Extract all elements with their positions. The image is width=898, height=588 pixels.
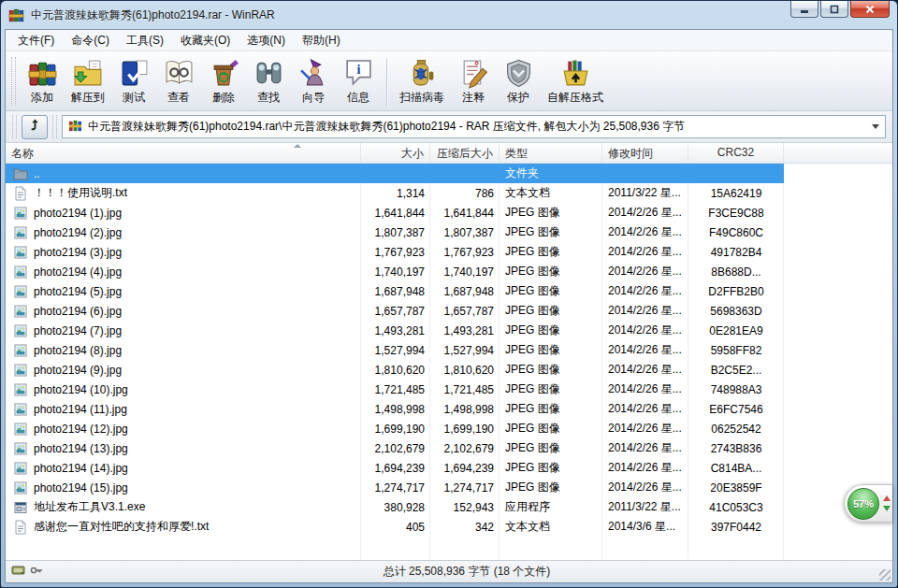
jpeg-file-icon — [13, 284, 28, 299]
file-modified-cell: 2014/2/26 星... — [602, 205, 688, 221]
file-name-text: 感谢您一直对性吧的支持和厚爱!.txt — [34, 519, 209, 535]
comment-icon — [458, 58, 489, 89]
folder-up-icon — [13, 166, 28, 181]
toolbar-button-sfx[interactable]: 自解压格式 — [541, 55, 610, 108]
archive-path-combobox[interactable]: 中元普渡辣妹歌舞秀(61)photo2194.rar\中元普渡辣妹歌舞秀(61)… — [62, 115, 886, 138]
file-type-cell: JPEG 图像 — [500, 362, 602, 378]
file-crc-cell: 41C053C3 — [688, 501, 784, 514]
toolbar-button-label: 向导 — [302, 90, 325, 106]
toolbar-button-label: 扫描病毒 — [399, 90, 444, 106]
percent-ball[interactable]: 57% — [847, 488, 879, 520]
toolbar-button-extract-to[interactable]: 解压到 — [65, 55, 111, 108]
column-header-3[interactable]: 类型 — [500, 143, 602, 163]
file-modified-cell: 2014/2/26 星... — [602, 401, 688, 417]
file-row-14[interactable]: photo2194 (13).jpg2,102,6792,102,679JPEG… — [6, 438, 784, 458]
drive-icon[interactable] — [11, 563, 29, 581]
file-row-6[interactable]: photo2194 (5).jpg1,687,9481,687,948JPEG … — [6, 281, 784, 301]
file-size-cell: 1,810,620 — [361, 364, 430, 377]
toolbar-button-info[interactable]: i信息 — [336, 55, 381, 108]
close-button[interactable] — [850, 1, 890, 18]
file-row-18[interactable]: 感谢您一直对性吧的支持和厚爱!.txt405342文本文档2014/3/6 星.… — [6, 517, 784, 537]
file-crc-cell: B2C5E2... — [688, 364, 784, 377]
test-archive-icon — [119, 58, 150, 89]
column-header-0[interactable]: 名称 — [6, 143, 361, 163]
file-row-15[interactable]: photo2194 (14).jpg1,694,2391,694,239JPEG… — [6, 458, 784, 478]
file-row-2[interactable]: photo2194 (1).jpg1,641,8441,641,844JPEG … — [6, 203, 784, 222]
file-row-7[interactable]: photo2194 (6).jpg1,657,7871,657,787JPEG … — [6, 301, 784, 321]
file-size-cell: 1,493,281 — [361, 324, 430, 337]
toolbar-gripper — [11, 57, 16, 106]
maximize-button[interactable] — [820, 1, 848, 18]
file-row-13[interactable]: photo2194 (12).jpg1,699,1901,699,190JPEG… — [6, 419, 784, 438]
column-header-2[interactable]: 压缩后大小 — [430, 143, 500, 163]
file-crc-cell: 15A62419 — [688, 187, 784, 200]
toolbar-button-add-archive[interactable]: 添加 — [20, 55, 65, 108]
chevron-down-icon[interactable] — [872, 124, 879, 129]
file-packed-cell: 1,740,197 — [430, 265, 500, 279]
file-packed-cell: 1,498,998 — [430, 403, 500, 416]
up-one-level-button[interactable] — [22, 115, 48, 139]
key-icon[interactable] — [29, 563, 47, 581]
text-file-icon — [13, 186, 28, 201]
file-name-text: photo2194 (11).jpg — [34, 403, 127, 416]
floating-speed-ball-widget[interactable]: 57% — [844, 484, 892, 523]
file-crc-cell: 0E281EA9 — [688, 324, 784, 337]
file-type-cell: 文本文档 — [500, 519, 602, 535]
column-header-5[interactable]: CRC32 — [688, 143, 784, 163]
file-row-12[interactable]: photo2194 (11).jpg1,498,9981,498,998JPEG… — [6, 399, 784, 419]
jpeg-file-icon — [13, 265, 28, 280]
minimize-button[interactable] — [790, 1, 818, 18]
toolbar-button-test-archive[interactable]: 测试 — [111, 55, 156, 108]
menu-item-1[interactable]: 命令(C) — [63, 30, 118, 51]
file-size-cell: 1,687,948 — [361, 285, 430, 298]
add-archive-icon — [27, 58, 58, 89]
toolbar-button-protect[interactable]: 保护 — [496, 55, 541, 108]
file-modified-cell: 2014/2/26 星... — [602, 440, 688, 456]
column-header-1[interactable]: 大小 — [361, 143, 430, 163]
file-name-cell: photo2194 (8).jpg — [6, 343, 361, 358]
file-row-1[interactable]: ！！！使用说明.txt1,314786文本文档2011/3/22 星...15A… — [6, 183, 784, 203]
menu-bar: 文件(F)命令(C)工具(S)收藏夹(O)选项(N)帮助(H) — [6, 30, 892, 51]
file-crc-cell: 2743B836 — [688, 442, 784, 455]
menu-item-2[interactable]: 工具(S) — [118, 30, 172, 51]
file-size-cell: 1,767,923 — [361, 246, 430, 259]
file-row-11[interactable]: photo2194 (10).jpg1,721,4851,721,485JPEG… — [6, 380, 784, 399]
title-bar[interactable]: 中元普渡辣妹歌舞秀(61)photo2194.rar - WinRAR — [1, 1, 897, 29]
file-name-cell: photo2194 (9).jpg — [6, 363, 361, 378]
menu-item-3[interactable]: 收藏夹(O) — [172, 30, 239, 51]
file-row-5[interactable]: photo2194 (4).jpg1,740,1971,740,197JPEG … — [6, 262, 784, 281]
file-row-16[interactable]: photo2194 (15).jpg1,274,7171,274,717JPEG… — [6, 478, 784, 497]
file-type-cell: JPEG 图像 — [500, 381, 602, 397]
file-row-3[interactable]: photo2194 (2).jpg1,807,3871,807,387JPEG … — [6, 222, 784, 242]
menu-item-5[interactable]: 帮助(H) — [294, 30, 349, 51]
traffic-arrows-icon — [883, 495, 891, 511]
menu-item-4[interactable]: 选项(N) — [239, 30, 294, 51]
file-packed-cell: 1,641,844 — [430, 207, 500, 220]
column-header-4[interactable]: 修改时间 — [602, 143, 688, 163]
file-name-text: ！！！使用说明.txt — [34, 185, 127, 201]
file-name-cell: ！！！使用说明.txt — [6, 185, 361, 201]
upload-arrow-icon — [883, 495, 891, 501]
toolbar-button-view-file[interactable]: 查看 — [156, 55, 201, 108]
toolbar-button-wizard[interactable]: 向导 — [291, 55, 336, 108]
toolbar-button-virus-scan[interactable]: 扫描病毒 — [393, 55, 451, 108]
file-row-17[interactable]: 地址发布工具V3.1.exe380,928152,943应用程序2011/3/2… — [6, 497, 784, 517]
menu-item-0[interactable]: 文件(F) — [9, 30, 63, 51]
file-row-4[interactable]: photo2194 (3).jpg1,767,9231,767,923JPEG … — [6, 242, 784, 262]
toolbar-button-label: 自解压格式 — [547, 90, 603, 106]
client-area: 文件(F)命令(C)工具(S)收藏夹(O)选项(N)帮助(H) 添加解压到测试查… — [5, 29, 893, 583]
file-row-8[interactable]: photo2194 (7).jpg1,493,2811,493,281JPEG … — [6, 321, 784, 340]
file-rows: ..文件夹！！！使用说明.txt1,314786文本文档2011/3/22 星.… — [6, 164, 892, 560]
find-icon — [253, 58, 284, 89]
file-row-0[interactable]: ..文件夹 — [6, 164, 784, 183]
toolbar-button-find[interactable]: 查找 — [246, 55, 291, 108]
file-row-10[interactable]: photo2194 (9).jpg1,810,6201,810,620JPEG … — [6, 360, 784, 380]
jpeg-file-icon — [13, 402, 28, 417]
file-crc-cell: 748988A3 — [688, 383, 784, 396]
file-packed-cell: 152,943 — [430, 501, 500, 514]
file-row-9[interactable]: photo2194 (8).jpg1,527,9941,527,994JPEG … — [6, 340, 784, 360]
toolbar-button-comment[interactable]: 注释 — [451, 55, 496, 108]
toolbar-button-delete[interactable]: 删除 — [201, 55, 246, 108]
resize-grip[interactable] — [879, 569, 891, 581]
file-modified-cell: 2014/2/26 星... — [602, 224, 688, 240]
